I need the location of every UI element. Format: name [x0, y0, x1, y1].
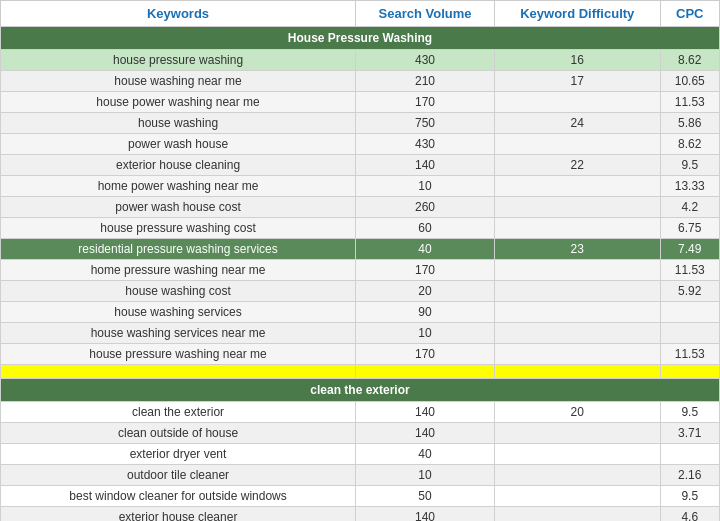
table-row: power wash house cost2604.2 [1, 197, 720, 218]
difficulty-cell [494, 444, 660, 465]
table-row: house pressure washing cost606.75 [1, 218, 720, 239]
volume-cell: 170 [356, 260, 495, 281]
cpc-cell: 6.75 [660, 218, 719, 239]
difficulty-cell: 17 [494, 71, 660, 92]
difficulty-cell: 24 [494, 113, 660, 134]
header-search-volume: Search Volume [356, 1, 495, 27]
volume-cell: 260 [356, 197, 495, 218]
table-row: power wash house4308.62 [1, 134, 720, 155]
cpc-cell [660, 323, 719, 344]
cpc-cell: 8.62 [660, 134, 719, 155]
header-keyword-difficulty: Keyword Difficulty [494, 1, 660, 27]
table-row: best window cleaner for outside windows5… [1, 486, 720, 507]
keyword-cell: outdoor tile cleaner [1, 465, 356, 486]
header-keywords: Keywords [1, 1, 356, 27]
keyword-cell: exterior dryer vent [1, 444, 356, 465]
section-title: clean the exterior [1, 379, 720, 402]
cpc-cell: 2.16 [660, 465, 719, 486]
section-header-row: House Pressure Washing [1, 27, 720, 50]
volume-cell: 140 [356, 155, 495, 176]
cpc-cell: 5.92 [660, 281, 719, 302]
keyword-table: Keywords Search Volume Keyword Difficult… [0, 0, 720, 521]
difficulty-cell [494, 92, 660, 113]
cpc-cell: 10.65 [660, 71, 719, 92]
table-row: house pressure washing near me17011.53 [1, 344, 720, 365]
keyword-cell: house washing near me [1, 71, 356, 92]
keyword-cell: exterior house cleaner [1, 507, 356, 522]
keyword-cell: house washing services [1, 302, 356, 323]
table-row: residential pressure washing services402… [1, 239, 720, 260]
volume-cell: 170 [356, 344, 495, 365]
section-title: House Pressure Washing [1, 27, 720, 50]
cpc-cell: 7.49 [660, 239, 719, 260]
volume-cell: 10 [356, 176, 495, 197]
keyword-cell: house washing cost [1, 281, 356, 302]
volume-cell: 40 [356, 444, 495, 465]
table-row: house pressure washing430168.62 [1, 50, 720, 71]
volume-cell: 10 [356, 465, 495, 486]
cpc-cell: 4.6 [660, 507, 719, 522]
table-row: exterior dryer vent40 [1, 444, 720, 465]
cpc-cell: 9.5 [660, 155, 719, 176]
keyword-cell: house pressure washing cost [1, 218, 356, 239]
keyword-cell: house pressure washing [1, 50, 356, 71]
cpc-cell: 11.53 [660, 260, 719, 281]
volume-cell: 170 [356, 92, 495, 113]
cpc-cell [660, 302, 719, 323]
table-row: clean outside of house1403.71 [1, 423, 720, 444]
keyword-cell: home pressure washing near me [1, 260, 356, 281]
table-row: home power washing near me1013.33 [1, 176, 720, 197]
difficulty-cell: 23 [494, 239, 660, 260]
keyword-cell: best window cleaner for outside windows [1, 486, 356, 507]
difficulty-cell: 16 [494, 50, 660, 71]
keyword-cell: house pressure washing near me [1, 344, 356, 365]
keyword-cell: residential pressure washing services [1, 239, 356, 260]
difficulty-cell [494, 323, 660, 344]
header-cpc: CPC [660, 1, 719, 27]
table-row: house washing near me2101710.65 [1, 71, 720, 92]
difficulty-cell [494, 344, 660, 365]
difficulty-cell [494, 507, 660, 522]
table-row: house power washing near me17011.53 [1, 92, 720, 113]
cpc-cell: 9.5 [660, 402, 719, 423]
cpc-cell: 5.86 [660, 113, 719, 134]
cpc-cell: 11.53 [660, 92, 719, 113]
difficulty-cell [494, 134, 660, 155]
table-row: house washing750245.86 [1, 113, 720, 134]
cpc-cell [660, 444, 719, 465]
cpc-cell: 11.53 [660, 344, 719, 365]
keyword-cell: power wash house [1, 134, 356, 155]
keyword-cell: power wash house cost [1, 197, 356, 218]
keyword-cell: house power washing near me [1, 92, 356, 113]
volume-cell: 40 [356, 239, 495, 260]
difficulty-cell [494, 465, 660, 486]
volume-cell: 140 [356, 423, 495, 444]
table-row: home pressure washing near me17011.53 [1, 260, 720, 281]
keyword-cell: home power washing near me [1, 176, 356, 197]
table-row: exterior house cleaning140229.5 [1, 155, 720, 176]
table-row: house washing services90 [1, 302, 720, 323]
volume-cell: 140 [356, 402, 495, 423]
cpc-cell: 3.71 [660, 423, 719, 444]
keyword-cell: house washing services near me [1, 323, 356, 344]
table-row: house washing services near me10 [1, 323, 720, 344]
section-header-row: clean the exterior [1, 379, 720, 402]
difficulty-cell: 20 [494, 402, 660, 423]
volume-cell: 750 [356, 113, 495, 134]
keyword-cell: house washing [1, 113, 356, 134]
cpc-cell: 8.62 [660, 50, 719, 71]
volume-cell: 20 [356, 281, 495, 302]
volume-cell: 10 [356, 323, 495, 344]
difficulty-cell [494, 423, 660, 444]
table-row: outdoor tile cleaner102.16 [1, 465, 720, 486]
difficulty-cell: 22 [494, 155, 660, 176]
volume-cell: 60 [356, 218, 495, 239]
cpc-cell: 4.2 [660, 197, 719, 218]
difficulty-cell [494, 197, 660, 218]
difficulty-cell [494, 218, 660, 239]
keyword-cell: exterior house cleaning [1, 155, 356, 176]
table-row: exterior house cleaner1404.6 [1, 507, 720, 522]
difficulty-cell [494, 281, 660, 302]
difficulty-cell [494, 486, 660, 507]
table-row: clean the exterior140209.5 [1, 402, 720, 423]
